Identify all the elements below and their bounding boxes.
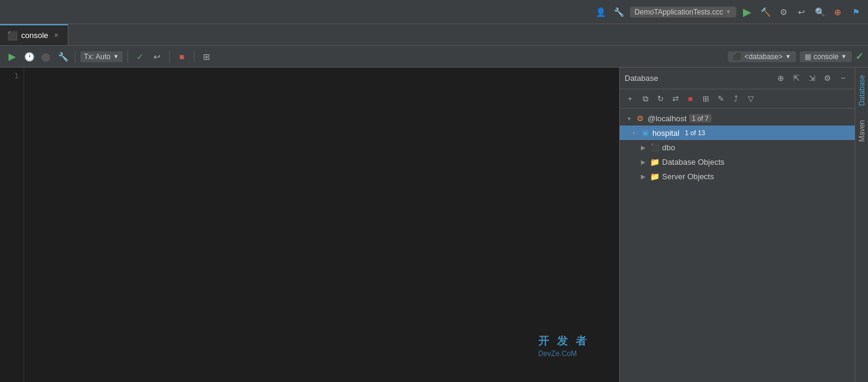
localhost-chevron: ▾: [625, 114, 633, 123]
sep4: [194, 51, 194, 63]
console-tab-icon: ⬛: [7, 31, 18, 40]
panel-header: Database ⊕ ⇱ ⇲ ⚙ −: [620, 68, 855, 89]
db-objects-chevron: ▶: [639, 158, 648, 166]
line-numbers: 1: [0, 68, 24, 382]
search-top-btn[interactable]: 🔍: [812, 5, 827, 19]
console-icon: ▦: [805, 53, 811, 61]
side-tab-database[interactable]: Database: [855, 68, 869, 113]
globe-btn[interactable]: ⊕: [774, 72, 787, 85]
server-objects-chevron: ▶: [639, 172, 648, 180]
console-dropdown-label: console: [814, 53, 838, 61]
hospital-icon: ▣: [640, 128, 650, 138]
hospital-label: hospital: [652, 129, 680, 138]
tab-bar: ⬛ console ✕: [0, 24, 868, 46]
dbo-chevron: ▶: [639, 143, 648, 151]
tree-hospital[interactable]: ▾ ▣ hospital 1 of 13: [620, 126, 855, 140]
debug-icon-btn[interactable]: 🔧: [612, 5, 626, 19]
hospital-badge: 1 of 13: [682, 129, 709, 137]
copy-btn[interactable]: ⧉: [638, 92, 652, 106]
grid-btn[interactable]: ⊞: [199, 49, 214, 64]
watermark-line1: 开 发 者: [538, 334, 589, 348]
watermark-container: 开 发 者 DevZe.CoM: [538, 334, 589, 358]
top-bar-right: 👤 🔧 DemoTApplicationTests.ccc ▼ ▶ 🔨 ⚙ ↩ …: [594, 5, 863, 19]
tx-label: Tx: Auto: [84, 53, 111, 61]
demo-tab-label: DemoTApplicationTests.ccc: [635, 8, 724, 16]
tx-chevron: ▼: [113, 53, 119, 60]
edit-btn[interactable]: ✎: [714, 92, 727, 106]
localhost-badge: 1 of 7: [689, 114, 712, 123]
sep3: [169, 51, 170, 63]
rollback-btn[interactable]: ↩: [150, 49, 164, 64]
side-tab-maven[interactable]: Maven: [855, 113, 869, 149]
refresh-btn[interactable]: ↻: [654, 92, 667, 106]
console-tab-label: console: [21, 31, 48, 40]
sep1: [75, 51, 76, 63]
add-connection-btn[interactable]: +: [623, 92, 637, 106]
tree-database-objects[interactable]: ▶ 📁 Database Objects: [620, 154, 855, 169]
localhost-label: @localhost: [648, 114, 687, 123]
migrate-btn[interactable]: ⇄: [669, 92, 682, 106]
dbo-icon: ⬛: [650, 142, 660, 152]
db-objects-icon: 📁: [650, 157, 660, 167]
run-btn[interactable]: ▶: [740, 5, 754, 19]
tree-view: ▾ ⚙ @localhost 1 of 7 ▾ ▣ hospital 1 of …: [620, 109, 855, 382]
console-tab[interactable]: ⬛ console ✕: [0, 24, 68, 45]
stop-red-btn[interactable]: ■: [684, 92, 697, 106]
sep2: [127, 51, 128, 63]
editor-area: 1 开 发 者 DevZe.CoM: [0, 68, 619, 382]
tree-dbo[interactable]: ▶ ⬛ dbo: [620, 140, 855, 154]
expand-btn[interactable]: ⇱: [789, 72, 803, 85]
localhost-icon: ⚙: [635, 113, 645, 123]
table-btn[interactable]: ⊞: [699, 92, 712, 106]
panel-close-btn[interactable]: −: [837, 72, 850, 85]
right-panel: Database ⊕ ⇱ ⇲ ⚙ − + ⧉ ↻ ⇄ ■ ⊞ ✎ ⤴ ▽ ▾ ⚙…: [619, 68, 855, 382]
console-dropdown[interactable]: ▦ console ▼: [800, 51, 852, 62]
stop-btn[interactable]: ■: [175, 49, 189, 64]
commit-btn[interactable]: ✓: [133, 49, 147, 64]
panel-title: Database: [625, 74, 771, 83]
hospital-chevron: ▾: [629, 129, 638, 137]
flag-btn[interactable]: ⚑: [849, 5, 863, 19]
export-btn[interactable]: ⤴: [729, 92, 742, 106]
tree-server-objects[interactable]: ▶ 📁 Server Objects: [620, 169, 855, 183]
filter-btn[interactable]: ▽: [744, 92, 757, 106]
wrench-btn[interactable]: 🔧: [56, 49, 70, 64]
main-layout: 1 开 发 者 DevZe.CoM Database ⊕ ⇱ ⇲ ⚙ − + ⧉…: [0, 68, 868, 382]
server-objects-icon: 📁: [650, 171, 660, 181]
history-btn[interactable]: 🕐: [22, 49, 36, 64]
status-checkmark: ✓: [855, 51, 863, 62]
editor-content[interactable]: [24, 68, 619, 382]
demo-tab[interactable]: DemoTApplicationTests.ccc ▼: [630, 7, 736, 18]
undo-run-btn[interactable]: ↩: [794, 5, 809, 19]
database-dropdown[interactable]: ⬛ <database> ▼: [728, 51, 796, 62]
dbo-label: dbo: [662, 143, 675, 152]
db-icon: ⬛: [733, 53, 742, 61]
build-btn[interactable]: 🔨: [758, 5, 773, 19]
line-number-1: 1: [0, 71, 19, 80]
top-bar: 👤 🔧 DemoTApplicationTests.ccc ▼ ▶ 🔨 ⚙ ↩ …: [0, 0, 868, 24]
db-chevron: ▼: [785, 53, 791, 60]
tx-dropdown[interactable]: Tx: Auto ▼: [80, 51, 123, 62]
db-dropdown-label: <database>: [744, 53, 782, 61]
db-objects-label: Database Objects: [662, 158, 724, 167]
side-tab-strip: Database Maven: [855, 68, 868, 382]
console-tab-close[interactable]: ✕: [52, 31, 60, 40]
panel-settings-btn[interactable]: ⚙: [821, 72, 834, 85]
circle-btn[interactable]: ⬤: [39, 49, 53, 64]
toolbar-right: ⬛ <database> ▼ ▦ console ▼ ✓: [728, 51, 863, 62]
console-chevron: ▼: [841, 53, 847, 60]
tree-localhost[interactable]: ▾ ⚙ @localhost 1 of 7: [620, 111, 855, 126]
watermark-line2: DevZe.CoM: [538, 349, 589, 358]
user-icon-btn[interactable]: 👤: [594, 5, 608, 19]
toolbar: ▶ 🕐 ⬤ 🔧 Tx: Auto ▼ ✓ ↩ ■ ⊞ ⬛ <database> …: [0, 46, 868, 68]
collapse-btn[interactable]: ⇲: [805, 72, 818, 85]
add-top-btn[interactable]: ⊕: [831, 5, 845, 19]
db-toolbar: + ⧉ ↻ ⇄ ■ ⊞ ✎ ⤴ ▽: [620, 89, 855, 109]
build2-btn[interactable]: ⚙: [776, 5, 791, 19]
server-objects-label: Server Objects: [662, 172, 714, 181]
run-query-btn[interactable]: ▶: [5, 49, 19, 64]
